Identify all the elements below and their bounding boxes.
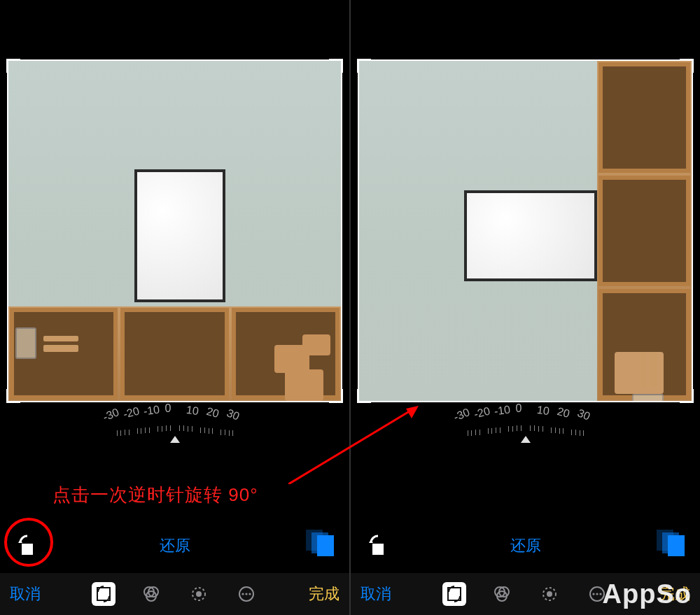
dial-label: -30: [102, 406, 121, 423]
dial-pointer-icon: [521, 436, 531, 443]
dial-label: -20: [122, 404, 141, 420]
tool-light[interactable]: [187, 582, 211, 606]
rotate-ccw-button[interactable]: [15, 534, 39, 558]
crop-handle-tr[interactable]: [329, 59, 343, 73]
crop-frame[interactable]: [7, 59, 342, 402]
crop-frame[interactable]: [358, 59, 693, 402]
tool-filters[interactable]: [490, 582, 514, 606]
more-icon: [237, 585, 255, 603]
tool-more[interactable]: [234, 582, 258, 606]
photo-preview-rotated[interactable]: [359, 61, 692, 401]
dial-label: 10: [536, 404, 550, 418]
filters-icon: [493, 585, 511, 603]
photo-object-frame: [464, 190, 597, 281]
dial-pointer-icon: [170, 436, 180, 443]
crop-toolbar: 还原: [351, 528, 700, 563]
straighten-dial[interactable]: -30-20-100102030: [0, 402, 349, 451]
tool-crop[interactable]: [442, 582, 466, 606]
photo-object-utensils: [608, 317, 664, 401]
crop-icon: [94, 585, 113, 603]
bottom-toolbar: 取消 完成: [0, 573, 349, 615]
tool-filters[interactable]: [139, 582, 163, 606]
dial-label: 20: [205, 405, 220, 420]
rotate-ccw-icon: [15, 534, 39, 558]
crop-handle-br[interactable]: [680, 389, 694, 403]
dial-label: 20: [556, 405, 571, 420]
aspect-ratio-button[interactable]: [310, 535, 334, 556]
done-button[interactable]: 完成: [659, 584, 690, 605]
svg-point-11: [248, 593, 251, 595]
dial-label: 0: [165, 402, 172, 415]
crop-handle-bl[interactable]: [357, 389, 371, 403]
svg-rect-0: [22, 544, 33, 555]
svg-point-10: [245, 593, 247, 595]
reset-button[interactable]: 还原: [160, 535, 190, 556]
cancel-button[interactable]: 取消: [10, 584, 41, 605]
light-adjust-icon: [540, 585, 559, 603]
svg-point-21: [592, 593, 594, 595]
tool-more[interactable]: [585, 582, 609, 606]
dial-label: -30: [452, 406, 472, 423]
bottom-toolbar: 取消 完成: [351, 573, 700, 615]
crop-handle-bl[interactable]: [6, 389, 20, 403]
crop-toolbar: 还原: [0, 528, 349, 563]
photo-preview[interactable]: [8, 61, 341, 401]
screen-before: -30-20-100102030 点击一次逆时针旋转 90° 还原 取消: [0, 0, 349, 615]
rotate-ccw-button[interactable]: [366, 534, 390, 558]
more-icon: [588, 585, 606, 603]
dial-label: 30: [225, 407, 241, 423]
dial-label: 30: [575, 407, 592, 423]
dial-label: -10: [493, 403, 511, 418]
svg-point-22: [596, 593, 598, 595]
svg-point-19: [547, 591, 552, 597]
photo-object-frame: [134, 169, 225, 302]
svg-point-7: [196, 591, 202, 597]
crop-handle-tr[interactable]: [680, 59, 694, 73]
aspect-ratio-button[interactable]: [661, 535, 685, 556]
rotate-ccw-icon: [366, 534, 390, 558]
svg-rect-12: [372, 544, 384, 555]
filters-icon: [142, 585, 160, 603]
crop-handle-br[interactable]: [329, 389, 343, 403]
cancel-button[interactable]: 取消: [360, 584, 391, 605]
dial-label: 0: [516, 402, 522, 415]
crop-icon: [445, 585, 463, 603]
dial-label: 10: [186, 404, 200, 418]
svg-point-23: [599, 593, 601, 595]
dial-label: -20: [472, 404, 491, 420]
annotation-text: 点击一次逆时针旋转 90°: [52, 483, 258, 507]
done-button[interactable]: 完成: [309, 584, 340, 605]
photo-object-utensils: [15, 303, 113, 359]
tool-light[interactable]: [538, 582, 561, 606]
crop-handle-tl[interactable]: [6, 59, 20, 73]
tool-crop[interactable]: [92, 582, 115, 606]
crop-handle-tl[interactable]: [357, 59, 371, 73]
photo-object-containers: [260, 296, 337, 401]
light-adjust-icon: [190, 585, 208, 603]
screen-after: -30-20-100102030 还原 取消: [351, 0, 700, 615]
straighten-dial[interactable]: -30-20-100102030: [351, 402, 700, 451]
reset-button[interactable]: 还原: [510, 535, 541, 556]
svg-point-9: [241, 593, 244, 595]
dial-label: -10: [143, 403, 160, 418]
